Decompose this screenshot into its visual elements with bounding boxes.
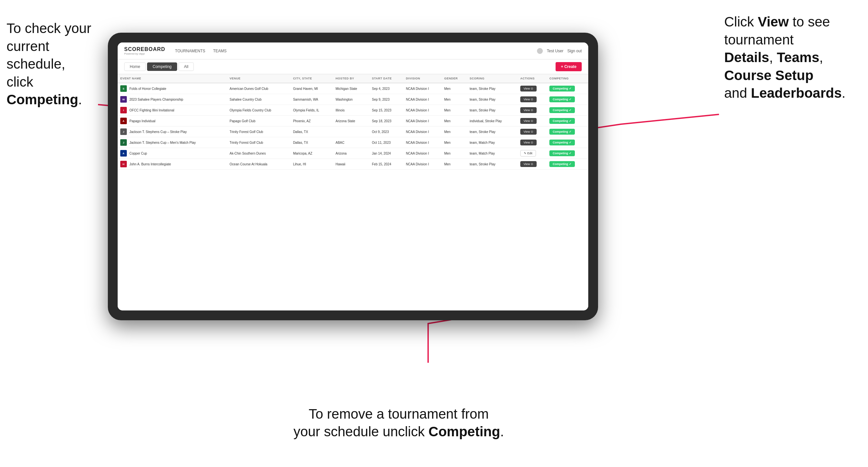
competing-button[interactable]: Competing ✓ [549, 150, 575, 156]
competing-button[interactable]: Competing ✓ [549, 161, 575, 167]
cell-venue: American Dunes Golf Club [227, 83, 290, 94]
team-logo: I [120, 107, 127, 114]
cell-event-name: H John A. Burns Intercollegiate [118, 159, 227, 169]
competing-button[interactable]: Competing ✓ [549, 139, 575, 146]
cell-scoring: team, Stroke Play [467, 159, 518, 169]
competing-button[interactable]: Competing ✓ [549, 118, 575, 124]
cell-scoring: team, Stroke Play [467, 94, 518, 105]
tablet-screen: SCOREBOARD Powered by clippi TOURNAMENTS… [118, 42, 588, 310]
cell-start-date: Sep 18, 2023 [369, 116, 403, 126]
cell-actions: View ⊙ [518, 116, 547, 126]
cell-division: NCAA Division I [403, 83, 441, 94]
cell-event-name: S Folds of Honor Collegiate [118, 83, 227, 94]
cell-actions: View ⊙ [518, 126, 547, 137]
cell-gender: Men [441, 116, 467, 126]
cell-city-state: Olympia Fields, IL [290, 105, 333, 116]
cell-city-state: Lihue, HI [290, 159, 333, 169]
cell-city-state: Phoenix, AZ [290, 116, 333, 126]
cell-event-name: W 2023 Sahalee Players Championship [118, 94, 227, 105]
cell-start-date: Oct 11, 2023 [369, 137, 403, 148]
cell-city-state: Dallas, TX [290, 126, 333, 137]
tab-competing[interactable]: Competing [147, 62, 177, 71]
cell-competing: Competing ✓ [547, 105, 588, 116]
col-city-state: CITY, STATE [290, 74, 333, 83]
filter-bar: Home Competing All + Create [118, 60, 588, 74]
view-button[interactable]: View ⊙ [520, 139, 537, 146]
filter-tabs: Home Competing All [124, 62, 194, 71]
col-scoring: SCORING [467, 74, 518, 83]
event-name-text: Jackson T. Stephens Cup – Stroke Play [129, 130, 187, 134]
event-name-text: John A. Burns Intercollegiate [129, 162, 171, 166]
user-icon [537, 48, 543, 54]
nav-teams[interactable]: TEAMS [213, 48, 226, 55]
cell-gender: Men [441, 159, 467, 169]
cell-gender: Men [441, 137, 467, 148]
cell-division: NCAA Division I [403, 94, 441, 105]
edit-button[interactable]: ✎ Edit [520, 150, 536, 157]
competing-button[interactable]: Competing ✓ [549, 96, 575, 102]
cell-scoring: team, Stroke Play [467, 83, 518, 94]
cell-competing: Competing ✓ [547, 137, 588, 148]
col-start-date: START DATE [369, 74, 403, 83]
col-actions: ACTIONS [518, 74, 547, 83]
cell-actions: View ⊙ [518, 159, 547, 169]
cell-venue: Ak-Chin Southern Dunes [227, 148, 290, 159]
navbar: SCOREBOARD Powered by clippi TOURNAMENTS… [118, 42, 588, 60]
view-button[interactable]: View ⊙ [520, 129, 537, 135]
brand-title: SCOREBOARD [124, 46, 165, 52]
table-row: H John A. Burns Intercollegiate Ocean Co… [118, 159, 588, 169]
competing-button[interactable]: Competing ✓ [549, 129, 575, 135]
cell-competing: Competing ✓ [547, 94, 588, 105]
tablet: SCOREBOARD Powered by clippi TOURNAMENTS… [108, 33, 598, 320]
col-division: DIVISION [403, 74, 441, 83]
competing-button[interactable]: Competing ✓ [549, 107, 575, 113]
view-button[interactable]: View ⊙ [520, 161, 537, 167]
cell-start-date: Feb 15, 2024 [369, 159, 403, 169]
col-event-name: EVENT NAME [118, 74, 227, 83]
view-button[interactable]: View ⊙ [520, 118, 537, 124]
tab-home[interactable]: Home [124, 62, 146, 71]
table-row: J Jackson T. Stephens Cup – Stroke Play … [118, 126, 588, 137]
cell-hosted-by [333, 126, 369, 137]
cell-hosted-by: Hawaii [333, 159, 369, 169]
nav-tournaments[interactable]: TOURNAMENTS [175, 48, 205, 55]
cell-scoring: team, Match Play [467, 137, 518, 148]
team-logo: H [120, 161, 127, 167]
team-logo: J [120, 128, 127, 135]
view-button[interactable]: View ⊙ [520, 96, 537, 102]
cell-event-name: J Jackson T. Stephens Cup – Men's Match … [118, 137, 227, 148]
cell-city-state: Dallas, TX [290, 137, 333, 148]
sign-out-link[interactable]: Sign out [567, 48, 582, 55]
cell-division: NCAA Division I [403, 126, 441, 137]
cell-hosted-by: Washington [333, 94, 369, 105]
cell-start-date: Jan 14, 2024 [369, 148, 403, 159]
team-logo: A [120, 150, 127, 157]
table-body: S Folds of Honor Collegiate American Dun… [118, 83, 588, 169]
view-button[interactable]: View ⊙ [520, 86, 537, 92]
cell-venue: Trinity Forest Golf Club [227, 126, 290, 137]
cell-city-state: Maricopa, AZ [290, 148, 333, 159]
cell-competing: Competing ✓ [547, 126, 588, 137]
cell-start-date: Oct 9, 2023 [369, 126, 403, 137]
table-row: A Copper Cup Ak-Chin Southern DunesMaric… [118, 148, 588, 159]
cell-competing: Competing ✓ [547, 148, 588, 159]
create-button[interactable]: + Create [556, 62, 582, 71]
nav-user: Test User [547, 49, 563, 53]
view-button[interactable]: View ⊙ [520, 107, 537, 113]
col-hosted-by: HOSTED BY [333, 74, 369, 83]
cell-venue: Ocean Course At Hokuala [227, 159, 290, 169]
event-name-text: Copper Cup [129, 152, 147, 155]
annotation-bottom: To remove a tournament from your schedul… [284, 405, 513, 441]
col-gender: GENDER [441, 74, 467, 83]
competing-button[interactable]: Competing ✓ [549, 86, 575, 92]
cell-hosted-by: Arizona [333, 148, 369, 159]
col-venue: VENUE [227, 74, 290, 83]
brand-subtitle: Powered by clippi [124, 52, 165, 55]
event-name-text: 2023 Sahalee Players Championship [129, 98, 183, 101]
cell-actions: View ⊙ [518, 137, 547, 148]
cell-scoring: team, Match Play [467, 148, 518, 159]
cell-actions: ✎ Edit [518, 148, 547, 159]
tab-all[interactable]: All [179, 62, 194, 71]
table-row: W 2023 Sahalee Players Championship Saha… [118, 94, 588, 105]
cell-scoring: team, Stroke Play [467, 105, 518, 116]
